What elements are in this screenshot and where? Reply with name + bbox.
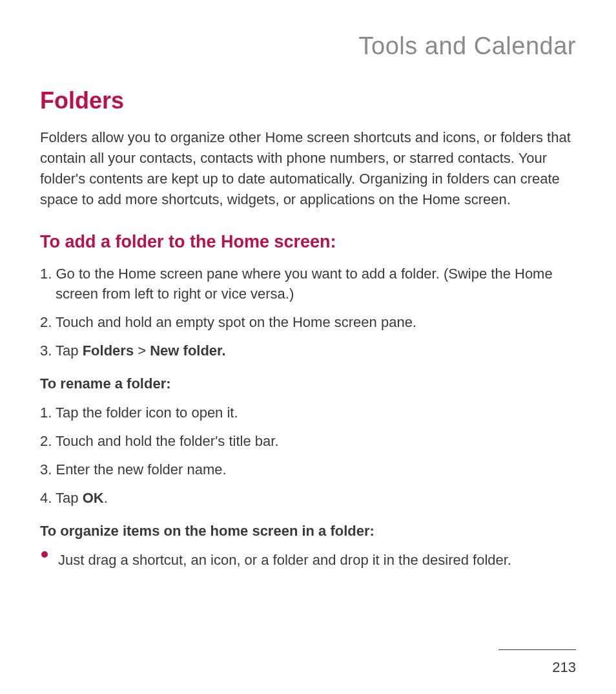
bullet-icon [41,551,48,558]
organize-bullet-text: Just drag a shortcut, an icon, or a fold… [58,552,511,568]
intro-paragraph: Folders allow you to organize other Home… [40,127,576,210]
rename-step-2: 2. Touch and hold the folder's title bar… [40,431,576,452]
add-step-3-pre: 3. Tap [40,342,83,359]
add-step-1: 1. Go to the Home screen pane where you … [40,264,576,305]
section-title-folders: Folders [40,87,576,114]
rename-step-4-pre: 4. Tap [40,490,83,506]
rename-step-4: 4. Tap OK. [40,488,576,509]
organize-heading: To organize items on the home screen in … [40,523,576,540]
rename-step-1: 1. Tap the folder icon to open it. [40,403,576,423]
rename-step-4-post: . [104,490,108,506]
rename-step-4-ok: OK [83,490,104,506]
add-step-3: 3. Tap Folders > New folder. [40,341,576,361]
add-step-3-mid: > [134,342,150,359]
organize-bullet: Just drag a shortcut, an icon, or a fold… [40,550,576,571]
rename-heading: To rename a folder: [40,375,576,392]
add-step-3-folders: Folders [83,342,134,359]
chapter-title: Tools and Calendar [40,32,576,60]
footer-rule [498,649,576,650]
add-step-2: 2. Touch and hold an empty spot on the H… [40,312,576,333]
page-footer: 213 [498,649,576,676]
subsection-add-folder: To add a folder to the Home screen: [40,232,576,252]
add-step-3-newfolder: New folder. [150,342,225,359]
page-number: 213 [498,659,576,676]
rename-step-3: 3. Enter the new folder name. [40,459,576,480]
